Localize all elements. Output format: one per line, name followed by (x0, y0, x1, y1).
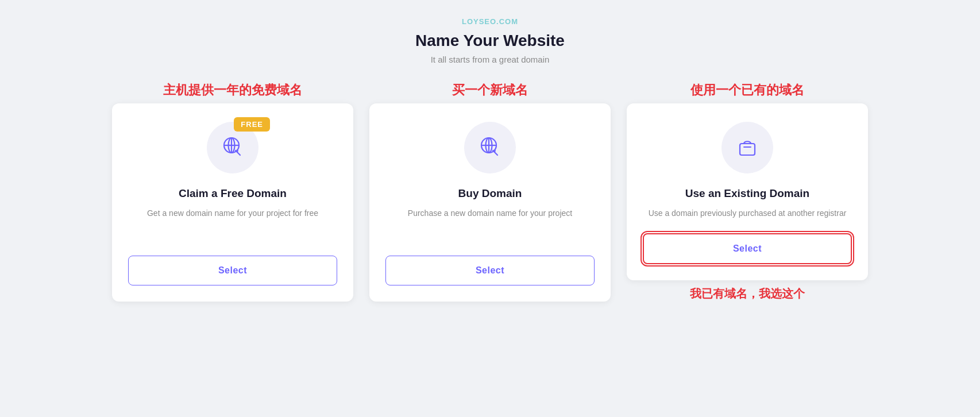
card-annotation-top-1: 买一个新域名 (369, 82, 611, 99)
cards-container: 主机提供一年的免费域名FREE Claim a Free DomainGet a… (94, 82, 886, 302)
card-description-0: Get a new domain name for your project f… (147, 207, 318, 242)
free-badge: FREE (234, 117, 270, 132)
card-annotation-top-0: 主机提供一年的免费域名 (112, 82, 353, 99)
brand-watermark: LOYSEO.COM (462, 17, 518, 26)
card-0: FREE Claim a Free DomainGet a new domain… (112, 103, 353, 302)
globe-cursor-icon (221, 134, 245, 161)
select-button-1[interactable]: Select (385, 256, 595, 285)
svg-rect-10 (740, 144, 755, 155)
card-annotation-top-2: 使用一个已有的域名 (627, 82, 868, 99)
card-icon-wrapper-2 (722, 122, 773, 173)
card-wrapper-1: 买一个新域名 Buy DomainPurchase a new domain n… (369, 82, 611, 302)
page-subtitle: It all starts from a great domain (431, 55, 550, 64)
card-title-2: Use an Existing Domain (685, 187, 809, 200)
page-title: Name Your Website (415, 32, 565, 50)
select-button-0[interactable]: Select (128, 256, 337, 285)
select-button-2[interactable]: Select (643, 233, 852, 264)
card-icon-wrapper-1 (464, 122, 516, 173)
card-1: Buy DomainPurchase a new domain name for… (369, 103, 611, 302)
card-description-1: Purchase a new domain name for your proj… (408, 207, 572, 242)
card-title-0: Claim a Free Domain (179, 187, 287, 200)
card-icon-wrapper-0: FREE (207, 122, 258, 173)
card-description-2: Use a domain previously purchased at ano… (649, 207, 847, 219)
globe-cursor-icon (478, 134, 502, 161)
card-annotation-bottom-2: 我已有域名，我选这个 (627, 286, 868, 302)
card-2: Use an Existing DomainUse a domain previ… (627, 103, 868, 280)
card-wrapper-0: 主机提供一年的免费域名FREE Claim a Free DomainGet a… (112, 82, 353, 302)
shopping-bag-icon (735, 134, 759, 161)
card-title-1: Buy Domain (458, 187, 522, 200)
card-wrapper-2: 使用一个已有的域名 Use an Existing DomainUse a do… (627, 82, 868, 302)
